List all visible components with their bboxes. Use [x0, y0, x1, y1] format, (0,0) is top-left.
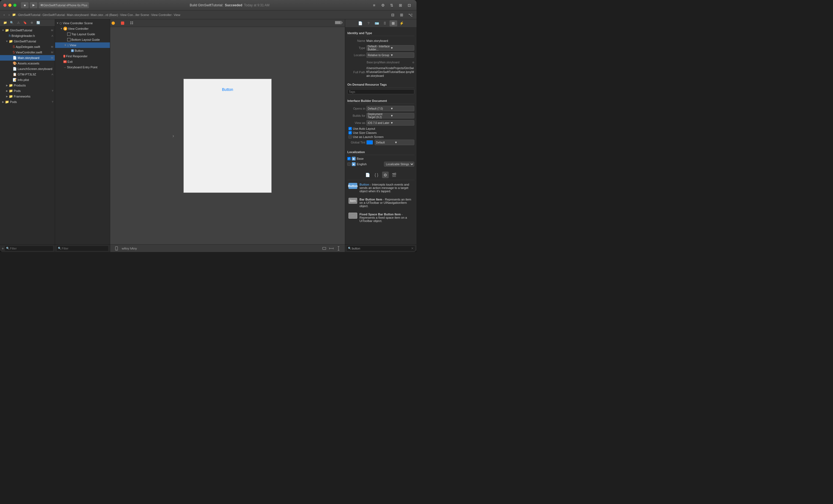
tree-item-assets[interactable]: 🎨 Assets.xcassets — [0, 61, 55, 66]
tree-item-appdelegate[interactable]: S AppDelegate.swift M — [0, 44, 55, 50]
storyboard-button[interactable]: Button — [222, 87, 233, 92]
run-button[interactable]: ▶ — [30, 2, 38, 8]
scene-item-button[interactable]: B Button — [55, 48, 110, 53]
ib-document-section: Interface Builder Document Opens in Defa… — [347, 97, 414, 145]
media-library-btn[interactable]: 🎬 — [391, 172, 398, 178]
breadcrumb-item-6[interactable]: View Controller — [151, 13, 172, 17]
tree-item-gtm-root[interactable]: ▼ 📁 GtmSwiftTutorial M — [0, 27, 55, 33]
breadcrumb-item-3[interactable]: Main.storyboard — [67, 13, 89, 17]
tree-item-main-storyboard[interactable]: 📄 Main.storyboard M — [0, 55, 55, 61]
debug-toggle[interactable]: ⚙ — [379, 2, 387, 8]
breadcrumb-item-5[interactable]: View Con...ller Scene — [120, 13, 149, 17]
stop-button[interactable]: ■ — [21, 2, 29, 8]
tree-item-frameworks[interactable]: ▶ 📁 Frameworks — [0, 94, 55, 99]
breakpoint-tab[interactable]: ⊕ — [29, 20, 35, 26]
breadcrumb-item-1[interactable]: GtmSwiftTutorial — [18, 13, 41, 17]
storyboard-frame[interactable]: Button — [184, 79, 271, 193]
filter-input[interactable] — [10, 247, 52, 250]
forward-button[interactable]: › — [7, 12, 11, 18]
breadcrumb-item-4[interactable]: Main.stor...rd (Base) — [91, 13, 118, 17]
scene-item-entry-point[interactable]: → Storyboard Entry Point — [55, 65, 110, 70]
tree-item-gtm-plist[interactable]: 📋 GTM-PT3L9Z A — [0, 72, 55, 77]
square-icon-btn[interactable] — [120, 20, 126, 26]
vc-icon: ● — [63, 27, 67, 30]
breadcrumb-item-0[interactable]: 📁 — [12, 13, 16, 17]
tree-item-pods-inner[interactable]: ▶ 📁 Pods ? — [0, 88, 55, 94]
connections-inspector-tab[interactable]: ⚡ — [398, 20, 405, 26]
warning-tab[interactable]: ⚠ — [16, 20, 22, 26]
tree-item-launch[interactable]: 📄 LaunchScreen.storyboard — [0, 66, 55, 72]
scheme-selector[interactable]: 🛠 GtmSwiftTutorial › iPhone 6s Plus — [39, 2, 89, 8]
folder-tab[interactable]: 📁 — [2, 20, 8, 26]
english-type-select[interactable]: Localizable Strings — [384, 162, 414, 167]
builds-for-dropdown[interactable]: Deployment Target (9.2) ▼ — [366, 113, 414, 118]
base-check[interactable]: ✓ — [347, 157, 351, 160]
device-orientation-btn[interactable] — [321, 245, 327, 251]
size-inspector-tab[interactable]: ⊞ — [389, 20, 397, 26]
grid-icon-btn[interactable] — [129, 20, 135, 26]
file-inspector-tab[interactable]: 📄 — [356, 20, 364, 26]
battery-icon — [335, 21, 345, 25]
object-library-btn[interactable]: ⊙ — [382, 172, 389, 178]
folder-icon: 📁 — [5, 28, 9, 32]
scene-item-vc-scene[interactable]: ▼ ⬡ View Controller Scene — [55, 20, 110, 26]
tree-item-products[interactable]: ▶ 📁 Products — [0, 82, 55, 88]
scene-item-view[interactable]: ▼ □ View — [55, 42, 110, 48]
version-editor-btn[interactable]: ⌥ — [407, 12, 414, 18]
minimize-button[interactable] — [8, 4, 11, 7]
quick-help-tab[interactable]: ? — [365, 20, 373, 26]
opens-in-dropdown[interactable]: Default (7.0) ▼ — [366, 106, 414, 111]
assistant-toggle[interactable]: ⇅ — [388, 2, 396, 8]
breadcrumb-item-7[interactable]: View — [174, 13, 181, 17]
scene-label: Bottom Layout Guide — [71, 38, 100, 41]
add-button[interactable]: + — [2, 246, 4, 250]
scene-item-exit[interactable]: ↩ Exit — [55, 59, 110, 65]
assistant-editor-btn[interactable]: ⊞ — [398, 12, 405, 18]
scene-filter-input[interactable] — [62, 247, 107, 250]
scene-item-top-layout[interactable]: Top Layout Guide — [55, 31, 110, 37]
location-dropdown[interactable]: Relative to Group ▼ — [366, 52, 414, 58]
tint-color-box[interactable] — [366, 140, 373, 145]
tags-input[interactable] — [347, 89, 414, 94]
width-btn[interactable] — [328, 245, 334, 251]
canvas-scroll[interactable]: › Button — [110, 27, 345, 244]
search-tab[interactable]: 🔍 — [9, 20, 15, 26]
canvas-area: › Button wAny hAny — [110, 19, 345, 252]
scene-item-bottom-layout[interactable]: Bottom Layout Guide — [55, 37, 110, 42]
auto-layout-checkbox[interactable]: ✓ — [349, 127, 352, 130]
identity-inspector-tab[interactable]: 🪪 — [373, 20, 381, 26]
tree-item-viewcontroller[interactable]: S ViewController.swift M — [0, 50, 55, 55]
type-dropdown[interactable]: Default - Interface Builder... ▼ — [366, 45, 414, 51]
launch-screen-checkbox[interactable] — [349, 135, 352, 139]
view-as-dropdown[interactable]: iOS 7.0 and Later ▼ — [366, 120, 414, 126]
scene-item-vc[interactable]: ▼ ● View Controller — [55, 26, 110, 31]
breadcrumb-item-2[interactable]: GtmSwiftTutorial — [42, 13, 65, 17]
size-classes-checkbox[interactable]: ✓ — [349, 131, 352, 135]
search-clear-btn[interactable]: ✕ — [411, 246, 414, 250]
layout-toggle[interactable]: ⊞ — [397, 2, 404, 8]
library-item-bar-button: Item Bar Button Item - Represents an ite… — [347, 197, 414, 209]
debug-tab[interactable]: 🔖 — [22, 20, 28, 26]
standard-editor-btn[interactable]: ⊟ — [389, 12, 397, 18]
tree-item-info-plist[interactable]: 📝 Info.plist — [0, 77, 55, 82]
maximize-button[interactable] — [13, 4, 17, 7]
tree-label: GtmSwiftTutorial — [14, 40, 54, 43]
circle-icon-btn[interactable] — [110, 20, 116, 26]
file-template-btn[interactable]: 📄 — [364, 172, 371, 178]
tree-item-bridging[interactable]: h BridgingHeader.h A — [0, 33, 55, 39]
inspector-toggle[interactable]: ⊡ — [405, 2, 413, 8]
library-search-input[interactable] — [352, 247, 410, 250]
tree-item-pods-root[interactable]: ▶ 📁 Pods ? — [0, 99, 55, 105]
attributes-inspector-tab[interactable]: 🎚 — [381, 20, 389, 26]
close-button[interactable] — [3, 4, 7, 7]
scene-item-first-responder[interactable]: ! First Responder — [55, 53, 110, 59]
english-check[interactable] — [347, 163, 351, 166]
report-tab[interactable]: 🔄 — [35, 20, 41, 26]
iphone-icon-btn[interactable] — [114, 245, 120, 251]
back-button[interactable]: ‹ — [2, 12, 6, 18]
tree-item-gtm-group[interactable]: ▼ 📁 GtmSwiftTutorial — [0, 39, 55, 44]
navigator-toggle[interactable]: ≡ — [370, 2, 378, 8]
tint-dropdown[interactable]: Default ▼ — [375, 140, 414, 145]
code-snippet-btn[interactable]: { } — [373, 172, 380, 178]
height-btn[interactable] — [335, 245, 341, 251]
